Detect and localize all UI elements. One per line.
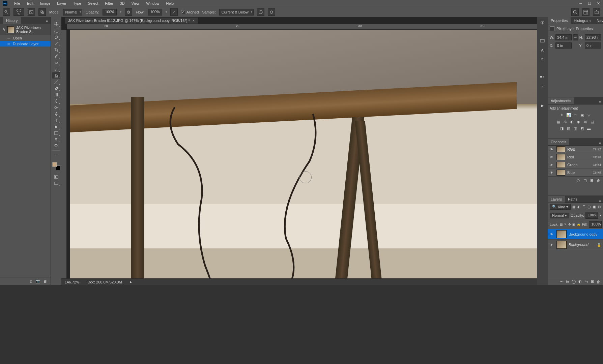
eye-icon[interactable]: 👁 bbox=[550, 243, 554, 247]
new-channel-icon[interactable]: ⊞ bbox=[590, 178, 593, 183]
mask-icon[interactable]: ◯ bbox=[572, 279, 576, 284]
navigator-tab[interactable]: Navigator bbox=[594, 17, 603, 24]
menu-layer[interactable]: Layer bbox=[54, 0, 70, 6]
search-icon[interactable] bbox=[571, 8, 579, 16]
lock-pixels-icon[interactable]: ▦ bbox=[560, 222, 563, 227]
lasso-tool[interactable] bbox=[52, 34, 60, 40]
panel-menu-icon[interactable]: ≡ bbox=[597, 100, 603, 104]
eyedropper-tool[interactable] bbox=[52, 53, 60, 59]
channel-red[interactable]: 👁RedCtrl+3 bbox=[548, 153, 603, 161]
menu-3d[interactable]: 3D bbox=[117, 0, 128, 6]
photo-filter-icon[interactable]: ◉ bbox=[576, 119, 581, 124]
levels-icon[interactable]: 📊 bbox=[566, 112, 571, 118]
dodge-tool[interactable] bbox=[52, 104, 60, 111]
stamp-tool[interactable] bbox=[52, 72, 60, 79]
layers-tab[interactable]: Layers bbox=[548, 196, 565, 203]
blur-tool[interactable] bbox=[52, 98, 60, 104]
curves-icon[interactable]: 〰 bbox=[573, 112, 578, 118]
filter-shape-icon[interactable]: ▢ bbox=[587, 205, 591, 209]
info-panel-icon[interactable]: ⓘ bbox=[539, 19, 546, 26]
hue-icon[interactable]: ▦ bbox=[556, 119, 561, 124]
color-panel-icon[interactable] bbox=[539, 37, 546, 44]
lock-all-icon[interactable]: 🔒 bbox=[577, 222, 580, 227]
opacity-pressure-icon[interactable] bbox=[125, 8, 132, 16]
history-item-duplicate[interactable]: ▭ Duplicate Layer bbox=[0, 41, 51, 47]
airbrush-icon[interactable] bbox=[170, 8, 178, 16]
foreground-swatch[interactable] bbox=[52, 162, 57, 167]
zoom-level[interactable]: 146.72% bbox=[65, 280, 79, 284]
group-icon[interactable]: 🗀 bbox=[584, 280, 588, 284]
paths-tab[interactable]: Paths bbox=[565, 196, 580, 203]
menu-file[interactable]: File bbox=[11, 0, 24, 6]
lock-position-icon[interactable]: ✎ bbox=[564, 222, 567, 227]
panel-menu-icon[interactable]: ≡ bbox=[597, 141, 603, 145]
aligned-checkbox[interactable]: ✓Aligned bbox=[181, 10, 199, 14]
save-selection-icon[interactable]: ▢ bbox=[583, 178, 587, 183]
pressure-size-icon[interactable] bbox=[268, 8, 275, 16]
vibrance-icon[interactable]: ▽ bbox=[586, 112, 592, 118]
brush-preset-picker[interactable]: 42 bbox=[13, 8, 24, 16]
brush-tool[interactable] bbox=[52, 66, 60, 72]
menu-edit[interactable]: Edit bbox=[24, 0, 37, 6]
camera-icon[interactable]: ⎚ bbox=[30, 279, 32, 283]
colbal-icon[interactable]: ⚖ bbox=[563, 119, 568, 124]
toolbar-grip[interactable] bbox=[53, 18, 60, 20]
screen-mode-icon[interactable] bbox=[52, 180, 60, 186]
brightness-icon[interactable]: ☀ bbox=[559, 112, 565, 118]
canvas[interactable] bbox=[67, 30, 537, 278]
glyphs-panel-icon[interactable]: ᴬ bbox=[539, 84, 546, 91]
gradient-tool[interactable] bbox=[52, 91, 60, 98]
eye-icon[interactable]: 👁 bbox=[550, 171, 554, 175]
pen-tool[interactable] bbox=[52, 111, 60, 117]
sample-select[interactable]: Current & Below bbox=[219, 9, 254, 16]
threshold-icon[interactable]: ◫ bbox=[573, 126, 578, 131]
eye-icon[interactable]: 👁 bbox=[550, 233, 554, 236]
healing-tool[interactable] bbox=[52, 59, 60, 66]
maximize-button[interactable]: ☐ bbox=[587, 1, 592, 5]
trash-icon[interactable]: 🗑 bbox=[44, 279, 47, 283]
type-tool[interactable] bbox=[52, 117, 60, 123]
history-tab[interactable]: History bbox=[3, 17, 21, 24]
selective-icon[interactable]: ◩ bbox=[579, 126, 585, 131]
eraser-tool[interactable] bbox=[52, 85, 60, 91]
menu-filter[interactable]: Filter bbox=[102, 0, 116, 6]
quick-mask-icon[interactable] bbox=[52, 174, 60, 180]
zoom-tool[interactable] bbox=[52, 143, 60, 149]
vertical-ruler[interactable] bbox=[61, 30, 67, 278]
snapshot-icon[interactable]: 📷 bbox=[35, 279, 40, 283]
move-tool[interactable] bbox=[52, 21, 60, 27]
menu-help[interactable]: Help bbox=[163, 0, 177, 6]
marquee-tool[interactable] bbox=[52, 27, 60, 34]
layer-fill-input[interactable]: 100% bbox=[589, 221, 602, 228]
filter-kind-select[interactable]: 🔍Kind▾ bbox=[550, 204, 571, 210]
hand-tool[interactable] bbox=[52, 136, 60, 143]
edit-toolbar[interactable]: ⋯ bbox=[52, 153, 60, 159]
y-input[interactable] bbox=[585, 42, 601, 49]
shape-tool[interactable] bbox=[52, 130, 60, 136]
adjustments-tab[interactable]: Adjustments bbox=[548, 97, 574, 104]
panel-menu-icon[interactable]: ≡ bbox=[46, 19, 48, 23]
adjustment-layer-icon[interactable]: ◐ bbox=[578, 279, 582, 284]
channel-blue[interactable]: 👁BlueCtrl+5 bbox=[548, 169, 603, 177]
history-item-open[interactable]: ▭ Open bbox=[0, 35, 51, 41]
path-selection-tool[interactable] bbox=[52, 123, 60, 130]
channel-mixer-icon[interactable]: ⊞ bbox=[583, 119, 588, 124]
channels-tab[interactable]: Channels bbox=[548, 139, 569, 145]
trash-icon[interactable]: 🗑 bbox=[597, 280, 600, 284]
status-arrow-icon[interactable]: ▸ bbox=[130, 280, 132, 284]
channel-green[interactable]: 👁GreenCtrl+4 bbox=[548, 161, 603, 169]
exposure-icon[interactable]: ▣ bbox=[579, 112, 585, 118]
lut-icon[interactable]: ▤ bbox=[590, 119, 595, 124]
character-panel-icon[interactable]: A bbox=[539, 47, 546, 54]
ignore-adjustment-icon[interactable] bbox=[257, 8, 264, 16]
filter-toggle[interactable]: ⊡ bbox=[597, 205, 601, 209]
swatches-panel-icon[interactable] bbox=[539, 74, 546, 82]
close-button[interactable]: ✕ bbox=[596, 1, 600, 5]
invert-icon[interactable]: ◨ bbox=[559, 126, 565, 131]
height-input[interactable] bbox=[585, 34, 601, 40]
history-snapshot[interactable]: ✎ JAX-Rivertown-Braden 8... bbox=[0, 24, 51, 35]
x-input[interactable] bbox=[555, 42, 572, 49]
properties-tab[interactable]: Properties bbox=[548, 17, 571, 24]
tool-preset-picker[interactable] bbox=[3, 8, 10, 16]
filter-smart-icon[interactable]: ▣ bbox=[592, 205, 596, 209]
